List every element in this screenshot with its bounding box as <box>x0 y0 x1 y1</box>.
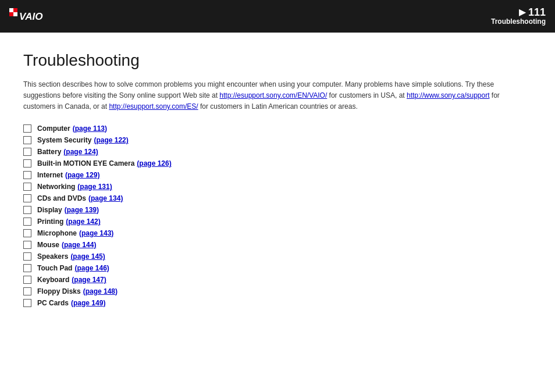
checkbox-icon <box>23 136 31 144</box>
item-page-link[interactable]: (page 147) <box>72 276 106 284</box>
list-item: CDs and DVDs (page 134) <box>23 194 532 202</box>
list-item: Built-in MOTION EYE Camera (page 126) <box>23 159 532 168</box>
item-page-link[interactable]: (page 131) <box>77 183 112 191</box>
svg-rect-3 <box>13 12 17 16</box>
item-page-link[interactable]: (page 126) <box>137 159 171 168</box>
item-page-link[interactable]: (page 124) <box>63 148 98 156</box>
svg-rect-1 <box>13 8 17 12</box>
item-label: Internet <box>37 171 63 179</box>
item-page-link[interactable]: (page 144) <box>62 241 96 249</box>
item-page-link[interactable]: (page 129) <box>65 171 99 179</box>
item-label: Microphone <box>37 229 77 237</box>
item-label: Printing <box>37 218 63 226</box>
link-sony-ca[interactable]: http://www.sony.ca/support <box>407 91 490 99</box>
checkbox-icon <box>23 206 31 214</box>
item-label: Floppy Disks <box>37 287 81 295</box>
checkbox-icon <box>23 124 31 133</box>
header-section-title: Troubleshooting <box>491 17 546 26</box>
svg-rect-2 <box>9 12 13 16</box>
header-right: ▶ 111 Troubleshooting <box>491 6 546 26</box>
list-item: PC Cards (page 149) <box>23 299 532 307</box>
item-label: Built-in MOTION EYE Camera <box>37 159 134 168</box>
item-page-link[interactable]: (page 149) <box>71 299 105 307</box>
header-arrow-icon: ▶ <box>519 6 526 17</box>
vaio-logo-container: VAIO <box>9 8 63 24</box>
item-page-link[interactable]: (page 143) <box>79 229 113 237</box>
item-page-link[interactable]: (page 148) <box>83 287 118 295</box>
checkbox-icon <box>23 229 31 237</box>
intro-paragraph: This section describes how to solve comm… <box>23 79 524 113</box>
list-item: Printing (page 142) <box>23 218 532 226</box>
item-label: Keyboard <box>37 276 69 284</box>
checkbox-icon <box>23 264 31 272</box>
header: VAIO ▶ 111 Troubleshooting <box>0 0 555 33</box>
item-label: Mouse <box>37 241 59 249</box>
checkbox-icon <box>23 159 31 168</box>
item-page-link[interactable]: (page 113) <box>73 124 107 133</box>
checkbox-icon <box>23 194 31 202</box>
link-esupport-es[interactable]: http://esupport.sony.com/ES/ <box>109 102 198 111</box>
item-page-link[interactable]: (page 134) <box>88 194 123 202</box>
checkbox-icon <box>23 218 31 226</box>
link-esupport-us[interactable]: http://esupport.sony.com/EN/VAIO/ <box>219 91 327 99</box>
checkbox-icon <box>23 183 31 191</box>
checkbox-icon <box>23 299 31 307</box>
list-item: Keyboard (page 147) <box>23 276 532 284</box>
checkbox-icon <box>23 287 31 295</box>
main-content: Troubleshooting This section describes h… <box>0 33 555 322</box>
item-label: Touch Pad <box>37 264 72 272</box>
item-label: Networking <box>37 183 75 191</box>
intro-text-4: for customers in Latin American countrie… <box>198 102 358 111</box>
item-label: CDs and DVDs <box>37 194 86 202</box>
item-label: System Security <box>37 136 91 144</box>
item-page-link[interactable]: (page 142) <box>66 218 100 226</box>
item-label: Computer <box>37 124 70 133</box>
header-page-number: 111 <box>528 7 546 17</box>
vaio-logo-svg: VAIO <box>9 8 63 24</box>
checkbox-icon <box>23 171 31 179</box>
list-item: System Security (page 122) <box>23 136 532 144</box>
intro-text-2: for customers in USA, at <box>327 91 407 99</box>
svg-rect-0 <box>9 8 13 12</box>
checkbox-icon <box>23 252 31 261</box>
list-item: Floppy Disks (page 148) <box>23 287 532 295</box>
checkbox-icon <box>23 241 31 249</box>
checkbox-icon <box>23 276 31 284</box>
item-label: Battery <box>37 148 61 156</box>
item-label: PC Cards <box>37 299 69 307</box>
item-label: Display <box>37 206 62 214</box>
item-page-link[interactable]: (page 122) <box>94 136 128 144</box>
list-item: Display (page 139) <box>23 206 532 214</box>
list-item: Battery (page 124) <box>23 148 532 156</box>
checkbox-icon <box>23 148 31 156</box>
list-item: Touch Pad (page 146) <box>23 264 532 272</box>
list-item: Microphone (page 143) <box>23 229 532 237</box>
page-title: Troubleshooting <box>23 51 532 70</box>
list-item: Speakers (page 145) <box>23 252 532 261</box>
list-item: Mouse (page 144) <box>23 241 532 249</box>
item-page-link[interactable]: (page 146) <box>74 264 109 272</box>
toc-list: Computer (page 113)System Security (page… <box>23 124 532 307</box>
header-page-row: ▶ 111 <box>519 6 546 17</box>
item-page-link[interactable]: (page 139) <box>65 206 99 214</box>
list-item: Computer (page 113) <box>23 124 532 133</box>
list-item: Internet (page 129) <box>23 171 532 179</box>
item-label: Speakers <box>37 252 68 261</box>
list-item: Networking (page 131) <box>23 183 532 191</box>
svg-text:VAIO: VAIO <box>19 11 43 22</box>
item-page-link[interactable]: (page 145) <box>70 252 105 261</box>
